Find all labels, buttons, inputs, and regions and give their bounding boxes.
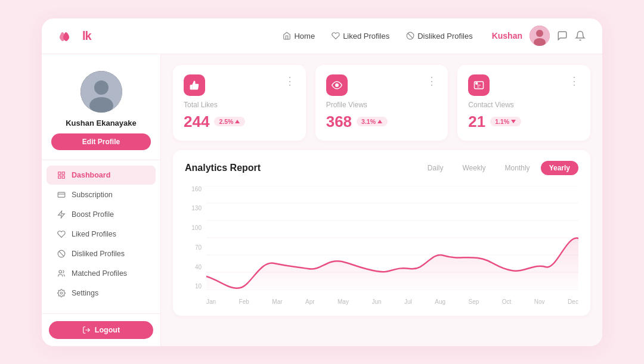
eye-icon: [326, 74, 348, 96]
sidebar-item-settings[interactable]: Settings: [47, 284, 156, 303]
svg-point-18: [59, 270, 62, 273]
stat-card-profile-views: ⋮ Profile Views 368 3.1%: [315, 65, 448, 141]
nav-home[interactable]: Home: [283, 32, 315, 41]
stat-value-contact-views: 21: [468, 113, 485, 131]
chart-x-labels: JanFebMarAprMayJunJulAugSepOctNovDec: [206, 298, 578, 305]
sidebar-item-liked-profiles[interactable]: Liked Profiles: [47, 225, 156, 244]
nav-disliked-profiles[interactable]: Disliked Profiles: [406, 32, 472, 41]
stat-badge-contact-views: 1.1%: [490, 117, 521, 126]
stat-value-profile-views: 368: [326, 113, 352, 131]
svg-point-6: [94, 80, 109, 95]
app-container: lk Home Liked Profiles Disliked Profiles…: [42, 18, 602, 346]
sidebar: Kushan Ekanayake Edit Profile Dashboard …: [42, 54, 161, 346]
nav-liked-profiles[interactable]: Liked Profiles: [332, 32, 389, 41]
stat-more-2[interactable]: ⋮: [426, 74, 437, 88]
svg-point-21: [335, 83, 338, 86]
bell-icon[interactable]: [575, 30, 586, 41]
tab-monthly[interactable]: Monthly: [497, 161, 538, 175]
edit-profile-button[interactable]: Edit Profile: [51, 133, 151, 150]
analytics-title: Analytics Report: [185, 163, 261, 173]
user-name: Kushan: [492, 31, 522, 41]
tab-yearly[interactable]: Yearly: [541, 161, 578, 175]
sidebar-menu: Dashboard Subscription Boost Profile Lik…: [42, 160, 160, 313]
chat-icon[interactable]: [557, 30, 568, 41]
profile-name: Kushan Ekanayake: [66, 119, 137, 127]
stat-card-contact-views: ⋮ Contact Views 21 1.1%: [457, 65, 590, 141]
sidebar-item-boost[interactable]: Boost Profile: [47, 205, 156, 224]
topbar: lk Home Liked Profiles Disliked Profiles…: [42, 18, 602, 54]
stat-label-total-likes: Total Likes: [184, 101, 295, 109]
stat-badge-total-likes: 2.5%: [214, 117, 245, 126]
profile-section: Kushan Ekanayake Edit Profile: [42, 64, 160, 160]
chart-y-labels: 160 130 100 70 40 10: [185, 186, 202, 290]
sidebar-item-matched-profiles[interactable]: Matched Profiles: [47, 264, 156, 283]
analytics-header: Analytics Report Daily Weekly Monthly Ye…: [185, 161, 578, 175]
tab-daily[interactable]: Daily: [419, 161, 452, 175]
stat-more-3[interactable]: ⋮: [569, 74, 580, 88]
thumbs-up-icon: [184, 74, 205, 96]
stats-row: ⋮ Total Likes 244 2.5%: [173, 65, 590, 141]
sidebar-footer: Logout: [42, 313, 160, 346]
topbar-right: Kushan: [492, 26, 586, 46]
svg-point-3: [536, 30, 543, 37]
analytics-card: Analytics Report Daily Weekly Monthly Ye…: [173, 150, 590, 316]
svg-rect-13: [58, 192, 65, 197]
stat-badge-profile-views: 3.1%: [357, 117, 388, 126]
logout-button[interactable]: Logout: [49, 321, 153, 339]
period-tabs: Daily Weekly Monthly Yearly: [419, 161, 578, 175]
svg-rect-12: [58, 176, 61, 178]
svg-rect-11: [62, 176, 64, 178]
main-layout: Kushan Ekanayake Edit Profile Dashboard …: [42, 54, 602, 346]
sidebar-item-disliked-profiles[interactable]: Disliked Profiles: [47, 244, 156, 263]
stat-label-profile-views: Profile Views: [326, 101, 438, 109]
svg-rect-10: [62, 172, 64, 174]
profile-avatar: [80, 71, 122, 113]
logo: lk: [58, 28, 91, 44]
sidebar-item-subscription[interactable]: Subscription: [47, 185, 156, 204]
svg-rect-9: [58, 172, 61, 174]
stat-card-total-likes: ⋮ Total Likes 244 2.5%: [173, 65, 306, 141]
svg-point-23: [476, 82, 478, 84]
stat-label-contact-views: Contact Views: [468, 101, 580, 109]
svg-marker-15: [58, 211, 65, 218]
avatar: [530, 26, 550, 46]
chart-area: 160 130 100 70 40 10: [185, 186, 578, 305]
nav-links: Home Liked Profiles Disliked Profiles: [283, 32, 472, 41]
stat-value-total-likes: 244: [184, 113, 209, 131]
sidebar-item-dashboard[interactable]: Dashboard: [47, 166, 156, 185]
content-area: ⋮ Total Likes 244 2.5%: [161, 54, 602, 346]
stat-more-1[interactable]: ⋮: [284, 74, 295, 88]
tab-weekly[interactable]: Weekly: [454, 161, 494, 175]
svg-point-19: [60, 292, 63, 294]
chart-svg: [206, 186, 578, 290]
contact-icon: [468, 74, 490, 96]
svg-line-1: [408, 33, 413, 38]
svg-line-17: [59, 251, 64, 256]
